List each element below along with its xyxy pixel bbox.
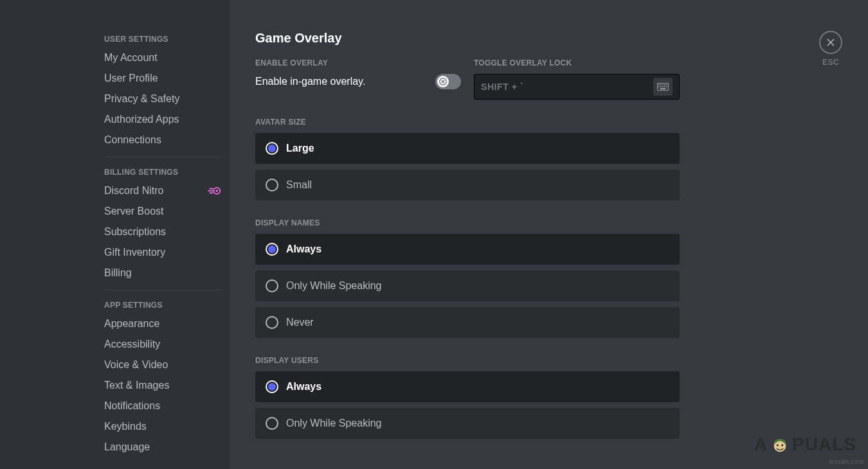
radio-icon — [266, 380, 278, 393]
svg-rect-6 — [662, 84, 664, 85]
sidebar-item-label: User Profile — [104, 73, 158, 84]
group-display-users: DISPLAY USERSAlwaysOnly While Speaking — [255, 356, 680, 439]
close-label: ESC — [822, 58, 839, 67]
appuals-brand: A PUALS — [754, 434, 856, 455]
close-button[interactable] — [819, 31, 842, 54]
radio-option[interactable]: Always — [255, 371, 680, 402]
sidebar-item-subscriptions[interactable]: Subscriptions — [103, 222, 223, 242]
group-display-names: DISPLAY NAMESAlwaysOnly While SpeakingNe… — [255, 218, 680, 338]
overlay-lock-keybind[interactable]: SHIFT + ` — [474, 74, 680, 100]
sidebar-item-language[interactable]: Language — [103, 437, 223, 457]
svg-rect-11 — [662, 86, 664, 87]
sidebar-item-label: Connections — [104, 134, 161, 146]
sidebar-item-label: Gift Inventory — [104, 247, 165, 258]
sidebar-item-label: Notifications — [104, 400, 160, 412]
svg-point-17 — [781, 444, 783, 446]
toggle-lock-header: TOGGLE OVERLAY LOCK — [474, 58, 680, 67]
brand-text-post: PUALS — [792, 434, 856, 455]
enable-overlay-text: Enable in-game overlay. — [255, 76, 365, 87]
svg-rect-7 — [664, 84, 665, 85]
sidebar-item-billing[interactable]: Billing — [103, 263, 223, 283]
svg-rect-12 — [664, 86, 665, 87]
svg-rect-9 — [658, 86, 660, 87]
sidebar-item-label: Language — [104, 441, 150, 453]
radio-option[interactable]: Never — [255, 307, 680, 338]
sidebar-item-user-profile[interactable]: User Profile — [103, 68, 223, 89]
nitro-icon — [208, 186, 221, 195]
sidebar-item-text-images[interactable]: Text & Images — [103, 375, 223, 396]
sidebar-item-label: Server Boost — [104, 206, 163, 217]
sidebar-item-authorized-apps[interactable]: Authorized Apps — [103, 109, 223, 130]
sidebar-header: BILLING SETTINGS — [103, 164, 223, 181]
brand-face-icon — [770, 435, 790, 454]
toggle-knob — [437, 76, 449, 87]
svg-rect-14 — [660, 88, 666, 89]
sidebar-item-label: Voice & Video — [104, 359, 168, 371]
sidebar-item-server-boost[interactable]: Server Boost — [103, 201, 223, 222]
sidebar-item-label: Appearance — [104, 318, 159, 330]
radio-icon — [266, 316, 278, 329]
radio-label: Never — [286, 317, 314, 328]
close-icon — [826, 37, 836, 48]
sidebar-item-notifications[interactable]: Notifications — [103, 396, 223, 416]
radio-label: Small — [286, 179, 312, 191]
svg-point-16 — [777, 444, 779, 446]
main-content: Game Overlay ENABLE OVERLAY Enable in-ga… — [230, 0, 868, 469]
radio-icon — [266, 142, 278, 155]
radio-label: Always — [286, 381, 321, 393]
radio-icon — [266, 243, 278, 256]
enable-overlay-header: ENABLE OVERLAY — [255, 58, 461, 67]
svg-rect-8 — [666, 84, 667, 85]
radio-label: Large — [286, 143, 314, 154]
radio-option[interactable]: Only While Speaking — [255, 270, 680, 301]
svg-rect-4 — [658, 84, 660, 85]
svg-rect-13 — [666, 86, 667, 87]
sidebar-divider — [104, 157, 222, 157]
group-header: DISPLAY NAMES — [255, 218, 680, 227]
group-header: DISPLAY USERS — [255, 356, 680, 365]
sidebar-header: USER SETTINGS — [103, 31, 223, 48]
group-header: AVATAR SIZE — [255, 118, 680, 127]
sidebar-item-label: Keybinds — [104, 421, 147, 432]
radio-icon — [266, 279, 278, 292]
radio-option[interactable]: Large — [255, 133, 680, 164]
sidebar-item-gift-inventory[interactable]: Gift Inventory — [103, 242, 223, 263]
sidebar-item-voice-video[interactable]: Voice & Video — [103, 355, 223, 375]
sidebar-item-label: Discord Nitro — [104, 185, 163, 197]
brand-text-pre: A — [754, 434, 768, 455]
sidebar-item-label: Billing — [104, 267, 132, 279]
sidebar-divider — [104, 290, 222, 290]
sidebar-item-discord-nitro[interactable]: Discord Nitro — [103, 181, 223, 201]
sidebar-item-label: Authorized Apps — [104, 114, 179, 125]
sidebar-item-accessibility[interactable]: Accessibility — [103, 334, 223, 355]
keybind-value: SHIFT + ` — [481, 82, 523, 92]
sidebar-item-appearance[interactable]: Appearance — [103, 314, 223, 334]
svg-rect-5 — [660, 84, 662, 85]
sidebar-item-label: Text & Images — [104, 380, 169, 391]
gutter-left — [0, 0, 85, 469]
sidebar-item-privacy-safety[interactable]: Privacy & Safety — [103, 89, 223, 109]
page-title: Game Overlay — [255, 31, 842, 46]
sidebar-item-label: Subscriptions — [104, 226, 166, 238]
sidebar-item-my-account[interactable]: My Account — [103, 48, 223, 68]
enable-overlay-toggle[interactable] — [435, 74, 461, 89]
radio-icon — [266, 417, 278, 430]
radio-label: Only While Speaking — [286, 280, 382, 292]
svg-rect-10 — [660, 86, 662, 87]
group-avatar-size: AVATAR SIZELargeSmall — [255, 118, 680, 200]
sidebar-item-label: My Account — [104, 52, 158, 64]
sidebar-header: APP SETTINGS — [103, 297, 223, 314]
radio-label: Only While Speaking — [286, 418, 382, 429]
radio-option[interactable]: Only While Speaking — [255, 408, 680, 439]
svg-point-1 — [216, 190, 218, 191]
sidebar-item-label: Accessibility — [104, 339, 160, 350]
radio-label: Always — [286, 243, 321, 255]
radio-icon — [266, 179, 278, 191]
sidebar-item-connections[interactable]: Connections — [103, 130, 223, 150]
radio-option[interactable]: Always — [255, 234, 680, 265]
keyboard-icon — [653, 78, 673, 96]
sidebar-item-label: Privacy & Safety — [104, 93, 179, 105]
watermark: wsxdn.com — [829, 458, 864, 465]
radio-option[interactable]: Small — [255, 170, 680, 200]
sidebar-item-keybinds[interactable]: Keybinds — [103, 416, 223, 437]
